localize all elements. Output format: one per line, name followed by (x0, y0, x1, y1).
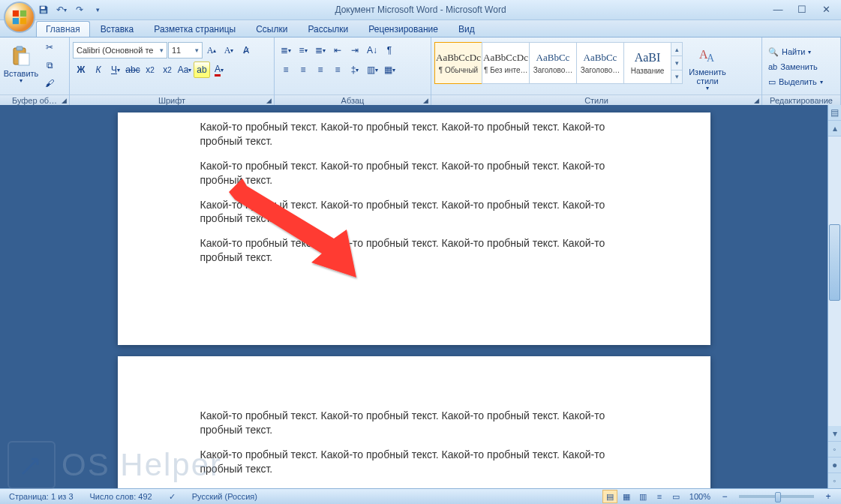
style-title[interactable]: AaBIНазвание (623, 42, 671, 84)
zoom-in-icon[interactable]: + (820, 488, 836, 504)
qat-customize-icon[interactable]: ▾ (90, 2, 105, 17)
ribbon-tabs: Главная Вставка Разметка страницы Ссылки… (0, 20, 841, 38)
document-area[interactable]: Какой-то пробный текст. Какой-то пробный… (0, 105, 827, 489)
borders-icon[interactable]: ▦▾ (381, 62, 398, 78)
shrink-font-icon[interactable]: A▾ (221, 42, 237, 58)
shading-icon[interactable]: ▥▾ (364, 62, 380, 78)
paragraph-text[interactable]: Какой-то пробный текст. Какой-то пробный… (200, 198, 628, 226)
cut-icon[interactable]: ✂ (41, 39, 58, 56)
scroll-down-icon[interactable]: ▾ (828, 426, 841, 442)
browse-object-icon[interactable]: ● (828, 458, 841, 473)
scroll-thumb[interactable] (829, 224, 840, 301)
superscript-icon[interactable]: x2 (159, 62, 176, 78)
style-no-spacing[interactable]: AaBbCcDc¶ Без инте… (482, 42, 530, 84)
maximize-button[interactable]: ☐ (790, 2, 814, 16)
undo-icon[interactable]: ↶▾ (54, 2, 69, 17)
change-styles-button[interactable]: AA Изменить стили▾ (685, 42, 730, 93)
font-name-combo[interactable]: Calibri (Основной те▾ (73, 42, 167, 58)
align-right-icon[interactable]: ≡ (312, 62, 329, 78)
font-color-icon[interactable]: A▾ (211, 62, 227, 78)
view-full-screen-icon[interactable]: ▦ (619, 490, 634, 503)
tab-references[interactable]: Ссылки (246, 21, 297, 37)
paragraph-text[interactable]: Какой-то пробный текст. Какой-то пробный… (200, 120, 628, 148)
redo-icon[interactable]: ↷ (72, 2, 87, 17)
paragraph-text[interactable]: Какой-то пробный текст. Какой-то пробный… (200, 448, 628, 476)
view-print-layout-icon[interactable]: ▤ (602, 490, 617, 503)
copy-icon[interactable]: ⧉ (41, 57, 58, 74)
svg-rect-0 (13, 10, 19, 16)
tab-page-layout[interactable]: Разметка страницы (144, 21, 245, 37)
justify-icon[interactable]: ≡ (329, 62, 346, 78)
line-spacing-icon[interactable]: ‡▾ (347, 62, 363, 78)
style-normal[interactable]: AaBbCcDc¶ Обычный (434, 42, 482, 84)
dialog-launcher-icon[interactable]: ◢ (754, 97, 759, 104)
dialog-launcher-icon[interactable]: ◢ (266, 97, 272, 104)
tab-home[interactable]: Главная (36, 21, 90, 37)
align-left-icon[interactable]: ≡ (278, 62, 294, 78)
style-heading1[interactable]: AaBbCcЗаголово… (529, 42, 577, 84)
multilevel-icon[interactable]: ≣▾ (312, 42, 329, 58)
next-page-icon[interactable]: ◦ (828, 473, 841, 489)
view-draft-icon[interactable]: ▭ (668, 490, 683, 503)
status-language[interactable]: Русский (Россия) (188, 492, 262, 501)
view-web-icon[interactable]: ▥ (635, 490, 650, 503)
vertical-scrollbar[interactable]: ▤ ▴ ▾ ◦ ● ◦ (827, 105, 841, 489)
select-button[interactable]: ▭Выделить▾ (765, 74, 826, 89)
paste-button[interactable]: Вставить ▾ (3, 39, 39, 90)
close-button[interactable]: ✕ (814, 2, 838, 16)
workspace: Какой-то пробный текст. Какой-то пробный… (0, 105, 841, 489)
gallery-scroll[interactable]: ▴▾▾ (671, 42, 683, 84)
paragraph-text[interactable]: Какой-то пробный текст. Какой-то пробный… (200, 409, 628, 437)
replace-button[interactable]: abЗаменить (765, 59, 821, 74)
save-icon[interactable] (36, 2, 51, 17)
decrease-indent-icon[interactable]: ⇤ (329, 42, 346, 58)
find-button[interactable]: 🔍Найти▾ (765, 44, 814, 59)
strike-icon[interactable]: abc (125, 62, 141, 78)
style-heading2[interactable]: AaBbCcЗаголово… (576, 42, 624, 84)
zoom-thumb[interactable] (775, 492, 781, 502)
highlight-icon[interactable]: ab (194, 62, 210, 78)
sort-icon[interactable]: A↓ (364, 42, 380, 58)
scroll-track[interactable] (828, 136, 841, 426)
tab-insert[interactable]: Вставка (91, 21, 144, 37)
tab-view[interactable]: Вид (449, 21, 485, 37)
page-1[interactable]: Какой-то пробный текст. Какой-то пробный… (118, 112, 710, 345)
subscript-icon[interactable]: x2 (142, 62, 158, 78)
tab-review[interactable]: Рецензирование (359, 21, 448, 37)
change-case-icon[interactable]: Aa▾ (176, 62, 193, 78)
minimize-button[interactable]: — (766, 2, 790, 16)
increase-indent-icon[interactable]: ⇥ (347, 42, 363, 58)
dialog-launcher-icon[interactable]: ◢ (423, 97, 428, 104)
bold-icon[interactable]: Ж (73, 62, 89, 78)
view-outline-icon[interactable]: ≡ (652, 490, 667, 503)
dialog-launcher-icon[interactable]: ◢ (62, 97, 67, 104)
gallery-more-icon[interactable]: ▾ (671, 70, 682, 83)
status-words[interactable]: Число слов: 492 (86, 492, 157, 501)
page-2[interactable]: Какой-то пробный текст. Какой-то пробный… (118, 356, 710, 489)
format-painter-icon[interactable]: 🖌 (41, 75, 58, 92)
tab-mailings[interactable]: Рассылки (298, 21, 358, 37)
status-proofing-icon[interactable]: ✓ (164, 492, 180, 502)
italic-icon[interactable]: К (90, 62, 107, 78)
gallery-down-icon[interactable]: ▾ (671, 56, 682, 70)
underline-icon[interactable]: Ч▾ (107, 62, 124, 78)
bullets-icon[interactable]: ≣▾ (278, 42, 294, 58)
zoom-level[interactable]: 100% (685, 492, 715, 501)
office-button[interactable] (4, 2, 35, 33)
gallery-up-icon[interactable]: ▴ (671, 43, 682, 56)
align-center-icon[interactable]: ≡ (295, 62, 311, 78)
grow-font-icon[interactable]: A▴ (203, 42, 220, 58)
paragraph-text[interactable]: Какой-то пробный текст. Какой-то пробный… (200, 236, 628, 265)
scroll-up-icon[interactable]: ▴ (828, 121, 841, 136)
prev-page-icon[interactable]: ◦ (828, 442, 841, 458)
ruler-toggle-icon[interactable]: ▤ (828, 105, 841, 121)
zoom-slider[interactable] (739, 495, 814, 498)
status-page[interactable]: Страница: 1 из 3 (5, 492, 78, 501)
group-label-font: Шрифт (158, 96, 185, 105)
paragraph-text[interactable]: Какой-то пробный текст. Какой-то пробный… (200, 159, 628, 188)
font-size-combo[interactable]: 11▾ (168, 42, 203, 58)
zoom-out-icon[interactable]: − (716, 488, 733, 504)
show-marks-icon[interactable]: ¶ (381, 42, 398, 58)
numbering-icon[interactable]: ≡▾ (295, 42, 311, 58)
clear-formatting-icon[interactable]: A̷ (238, 42, 254, 58)
